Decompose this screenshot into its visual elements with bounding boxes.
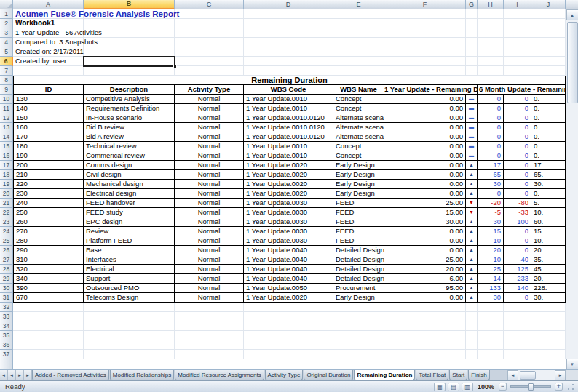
cell-F10[interactable]: 0.00	[384, 95, 466, 104]
cell-F23[interactable]: 30.00	[384, 217, 466, 227]
sheet-tab-finish[interactable]: Finish	[468, 370, 489, 380]
cell-I4[interactable]	[504, 38, 531, 47]
row-header-19[interactable]: 19	[0, 180, 13, 189]
cell-I13[interactable]: 0	[504, 123, 531, 132]
flat-trend-icon[interactable]: ▬	[466, 132, 478, 142]
cell-H32[interactable]	[478, 303, 504, 312]
cell-E2[interactable]	[333, 19, 384, 28]
cell-F21[interactable]: 25.00	[384, 199, 466, 208]
cell-E13[interactable]: Alternate scenario	[333, 123, 384, 132]
flat-trend-icon[interactable]: ▬	[466, 95, 478, 104]
cell-C26[interactable]: Normal	[175, 246, 244, 255]
cell-H27[interactable]: 10	[478, 255, 504, 265]
cell-G7[interactable]	[466, 66, 478, 76]
cell-E6[interactable]	[333, 57, 384, 66]
cell-A20[interactable]: 230	[13, 189, 84, 199]
cell-J20[interactable]: 0.	[531, 189, 566, 199]
cell-I23[interactable]: 100	[504, 217, 531, 227]
cell-H23[interactable]: 30	[478, 217, 504, 227]
flat-trend-icon[interactable]: ▬	[466, 113, 478, 123]
cell-C19[interactable]: Normal	[175, 180, 244, 189]
cell-G35[interactable]	[466, 331, 478, 340]
cell-H33[interactable]	[478, 312, 504, 321]
cell-D21[interactable]: 1 Year Update.0030	[244, 199, 333, 208]
cell-F28[interactable]: 20.00	[384, 265, 466, 274]
cell-B36[interactable]	[84, 340, 175, 350]
scroll-up-icon[interactable]: ▲	[566, 9, 578, 20]
cell-E37[interactable]	[333, 350, 384, 359]
cell-I5[interactable]	[504, 47, 531, 57]
cell-J15[interactable]: 0.	[531, 142, 566, 151]
cell-E10[interactable]: Concept	[333, 95, 384, 104]
cell-A37[interactable]	[13, 350, 84, 359]
cell-A35[interactable]	[13, 331, 84, 340]
cell-D16[interactable]: 1 Year Update.0010	[244, 151, 333, 161]
cell-J2[interactable]	[531, 19, 566, 28]
cell-A15[interactable]: 180	[13, 142, 84, 151]
cell-I18[interactable]: 0	[504, 170, 531, 180]
cell-B25[interactable]: Platform FEED	[84, 236, 175, 246]
cell-J17[interactable]: 17.	[531, 161, 566, 170]
row-header-14[interactable]: 14	[0, 132, 13, 142]
cell-B13[interactable]: Bid B review	[84, 123, 175, 132]
cell-H17[interactable]: 17	[478, 161, 504, 170]
cell-D20[interactable]: 1 Year Update.0020	[244, 189, 333, 199]
cell-F11[interactable]: 0.00	[384, 104, 466, 113]
horizontal-scroll-track[interactable]	[518, 370, 555, 380]
cell-C29[interactable]: Normal	[175, 274, 244, 284]
cell-E35[interactable]	[333, 331, 384, 340]
cell-B17[interactable]: Comms design	[84, 161, 175, 170]
cell-C23[interactable]: Normal	[175, 217, 244, 227]
cell-D14[interactable]: 1 Year Update.0010.0120	[244, 132, 333, 142]
row-header-33[interactable]: 33	[0, 312, 13, 321]
sheet-tab-start[interactable]: Start	[449, 370, 467, 380]
cell-A22[interactable]: 250	[13, 208, 84, 217]
zoom-in-button[interactable]: +	[555, 383, 563, 391]
cell-A33[interactable]	[13, 312, 84, 321]
cell-I35[interactable]	[504, 331, 531, 340]
cell-C31[interactable]: Normal	[175, 293, 244, 303]
cell-J1[interactable]	[531, 9, 566, 19]
row-header-24[interactable]: 24	[0, 227, 13, 236]
up-trend-icon[interactable]: ▲	[466, 246, 478, 255]
cell-J7[interactable]	[531, 66, 566, 76]
up-trend-icon[interactable]: ▲	[466, 255, 478, 265]
cell-D28[interactable]: 1 Year Update.0040	[244, 265, 333, 274]
cell-F20[interactable]: 0.00	[384, 189, 466, 199]
cell-G34[interactable]	[466, 321, 478, 331]
cell-D30[interactable]: 1 Year Update.0050	[244, 284, 333, 293]
cell-J21[interactable]: 5.	[531, 199, 566, 208]
cell-D27[interactable]: 1 Year Update.0040	[244, 255, 333, 265]
cell-H5[interactable]	[478, 47, 504, 57]
cell-D29[interactable]: 1 Year Update.0040	[244, 274, 333, 284]
cell-B5[interactable]	[84, 47, 175, 57]
cell-A34[interactable]	[13, 321, 84, 331]
cell-D37[interactable]	[244, 350, 333, 359]
cell-C24[interactable]: Normal	[175, 227, 244, 236]
cell-H26[interactable]: 20	[478, 246, 504, 255]
header-description[interactable]: Description	[84, 85, 175, 95]
up-trend-icon[interactable]: ▲	[466, 284, 478, 293]
row-header-6[interactable]: 6	[0, 57, 13, 66]
cell-B32[interactable]	[84, 303, 175, 312]
cell-H36[interactable]	[478, 340, 504, 350]
sheet-tab-total-float[interactable]: Total Float	[416, 370, 448, 380]
cell-D23[interactable]: 1 Year Update.0030	[244, 217, 333, 227]
cell-D17[interactable]: 1 Year Update.0020	[244, 161, 333, 170]
cell-A13[interactable]: 160	[13, 123, 84, 132]
cell-A25[interactable]: 280	[13, 236, 84, 246]
row-header-36[interactable]: 36	[0, 340, 13, 350]
cell-H35[interactable]	[478, 331, 504, 340]
cell-E21[interactable]: FEED	[333, 199, 384, 208]
cell-A21[interactable]: 240	[13, 199, 84, 208]
previous-sheet-icon[interactable]: ◄	[8, 370, 16, 380]
cell-J27[interactable]: 35.	[531, 255, 566, 265]
zoom-level[interactable]: 100%	[475, 383, 496, 391]
cell-F6[interactable]	[384, 57, 466, 66]
cell-C2[interactable]	[175, 19, 244, 28]
cell-B6[interactable]	[84, 57, 175, 66]
cell-J11[interactable]: 0.	[531, 104, 566, 113]
cell-I20[interactable]: 0	[504, 189, 531, 199]
cell-H11[interactable]: 0	[478, 104, 504, 113]
last-sheet-icon[interactable]: ►	[24, 370, 32, 380]
